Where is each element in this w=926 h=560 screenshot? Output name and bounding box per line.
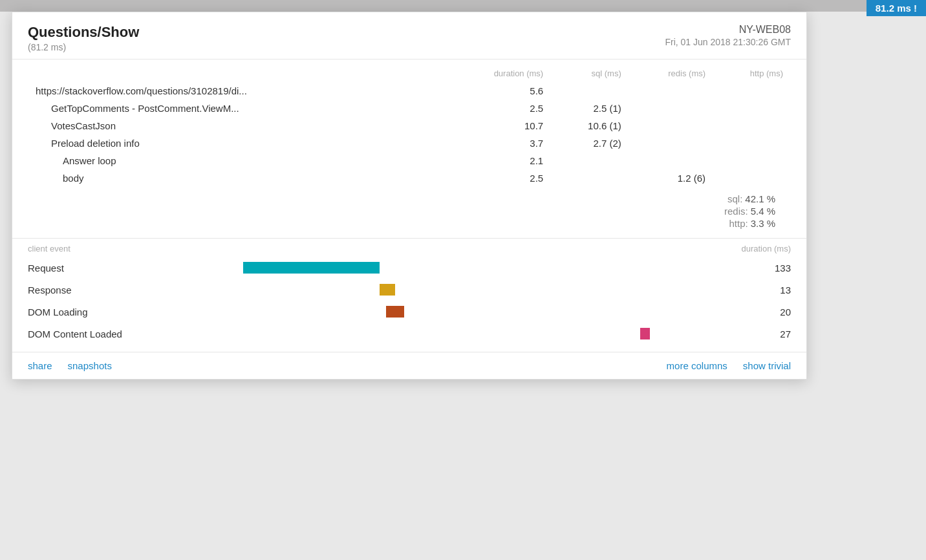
timing-redis: 1.2 (6) [629, 169, 713, 187]
timing-row: VotesCastJson 10.7 10.6 (1) [28, 117, 791, 135]
popup-server-info: NY-WEB08 Fri, 01 Jun 2018 21:30:26 GMT [665, 24, 791, 47]
bar-area [131, 283, 752, 297]
client-event-label: Response [28, 285, 131, 296]
bar-area [131, 261, 752, 275]
timing-sql: 2.5 (1) [551, 100, 629, 117]
client-event-label: DOM Content Loaded [28, 328, 131, 339]
col-http: http (ms) [713, 63, 791, 82]
timing-label: https://stackoverflow.com/questions/3102… [28, 82, 447, 100]
client-event-duration: 13 [752, 285, 791, 296]
popup-server: NY-WEB08 [665, 24, 791, 36]
footer-link-show-trivial[interactable]: show trivial [743, 360, 791, 371]
stat-row: sql:42.1 % [727, 193, 775, 204]
badge-label: 81.2 ms ! [876, 3, 917, 14]
top-bar [0, 0, 926, 12]
client-header: client event duration (ms) [28, 244, 791, 253]
timing-row: Preload deletion info 3.7 2.7 (2) [28, 135, 791, 152]
timing-http [713, 117, 791, 135]
timing-duration: 2.5 [447, 100, 551, 117]
stat-label: sql: [727, 193, 742, 204]
footer-link-snapshots[interactable]: snapshots [68, 360, 112, 371]
event-bar [386, 306, 405, 318]
client-event-header: client event [28, 244, 70, 253]
timing-label: GetTopComments - PostComment.ViewM... [28, 100, 447, 117]
popup: Questions/Show (81.2 ms) NY-WEB08 Fri, 0… [12, 12, 807, 380]
timing-label: body [28, 169, 447, 187]
timing-sql: 2.7 (2) [551, 135, 629, 152]
timing-duration: 5.6 [447, 82, 551, 100]
timing-http [713, 100, 791, 117]
stat-label: redis: [724, 206, 748, 217]
timing-row: body 2.5 1.2 (6) [28, 169, 791, 187]
popup-body: duration (ms) sql (ms) redis (ms) http (… [12, 63, 806, 238]
timing-label: Preload deletion info [28, 135, 447, 152]
timing-http [713, 152, 791, 169]
col-label [28, 63, 447, 82]
bar-area [131, 327, 752, 341]
timing-http [713, 135, 791, 152]
client-event-duration: 133 [752, 263, 791, 274]
popup-subtitle: (81.2 ms) [28, 42, 139, 52]
popup-timestamp: Fri, 01 Jun 2018 21:30:26 GMT [665, 37, 791, 47]
col-duration: duration (ms) [447, 63, 551, 82]
timing-redis [629, 82, 713, 100]
client-duration-header: duration (ms) [741, 244, 791, 253]
client-event-row: Response13 [28, 281, 791, 299]
timing-label: Answer loop [28, 152, 447, 169]
stats-section: sql:42.1 %redis:5.4 %http:3.3 % [28, 187, 791, 238]
event-bar [380, 284, 395, 296]
footer-links-left: sharesnapshots [28, 360, 112, 371]
mini-badge: 81.2 ms ! [867, 0, 926, 16]
popup-title-row: Questions/Show (81.2 ms) NY-WEB08 Fri, 0… [28, 24, 791, 52]
popup-title: Questions/Show (81.2 ms) [28, 24, 139, 52]
timing-redis [629, 135, 713, 152]
col-sql: sql (ms) [551, 63, 629, 82]
client-event-duration: 20 [752, 307, 791, 318]
timing-sql [551, 82, 629, 100]
footer-links-right: more columnsshow trivial [667, 360, 791, 371]
timing-http [713, 82, 791, 100]
footer-link-share[interactable]: share [28, 360, 52, 371]
timing-row: GetTopComments - PostComment.ViewM... 2.… [28, 100, 791, 117]
event-bar [640, 328, 649, 339]
stat-value: 42.1 % [745, 193, 775, 204]
client-section: client event duration (ms) Request133Res… [12, 238, 806, 352]
timing-duration: 2.5 [447, 169, 551, 187]
stat-value: 5.4 % [751, 206, 775, 217]
client-event-row: Request133 [28, 259, 791, 277]
client-event-label: Request [28, 263, 131, 274]
panel-wrapper: 81.2 ms ! Questions/Show (81.2 ms) NY-WE… [0, 0, 926, 560]
timing-redis [629, 117, 713, 135]
timings-header-row: duration (ms) sql (ms) redis (ms) http (… [28, 63, 791, 82]
stat-row: redis:5.4 % [724, 206, 775, 217]
stat-row: http:3.3 % [729, 218, 775, 229]
client-event-row: DOM Content Loaded27 [28, 325, 791, 343]
popup-title-text: Questions/Show [28, 24, 139, 41]
popup-header: Questions/Show (81.2 ms) NY-WEB08 Fri, 0… [12, 12, 806, 59]
timing-sql: 10.6 (1) [551, 117, 629, 135]
client-event-label: DOM Loading [28, 307, 131, 318]
footer-link-more-columns[interactable]: more columns [667, 360, 727, 371]
client-event-row: DOM Loading20 [28, 303, 791, 321]
event-bar [243, 262, 380, 274]
bar-area [131, 305, 752, 319]
timing-sql [551, 169, 629, 187]
timing-sql [551, 152, 629, 169]
stat-label: http: [729, 218, 748, 229]
client-event-duration: 27 [752, 328, 791, 339]
timing-duration: 2.1 [447, 152, 551, 169]
timing-row: Answer loop 2.1 [28, 152, 791, 169]
timing-http [713, 169, 791, 187]
timing-duration: 3.7 [447, 135, 551, 152]
timing-row: https://stackoverflow.com/questions/3102… [28, 82, 791, 100]
client-events-container: Request133Response13DOM Loading20DOM Con… [28, 259, 791, 343]
timing-label: VotesCastJson [28, 117, 447, 135]
timing-duration: 10.7 [447, 117, 551, 135]
stat-value: 3.3 % [751, 218, 775, 229]
timing-redis [629, 100, 713, 117]
popup-footer: sharesnapshots more columnsshow trivial [12, 352, 806, 379]
timing-redis [629, 152, 713, 169]
timings-table: duration (ms) sql (ms) redis (ms) http (… [28, 63, 791, 187]
col-redis: redis (ms) [629, 63, 713, 82]
